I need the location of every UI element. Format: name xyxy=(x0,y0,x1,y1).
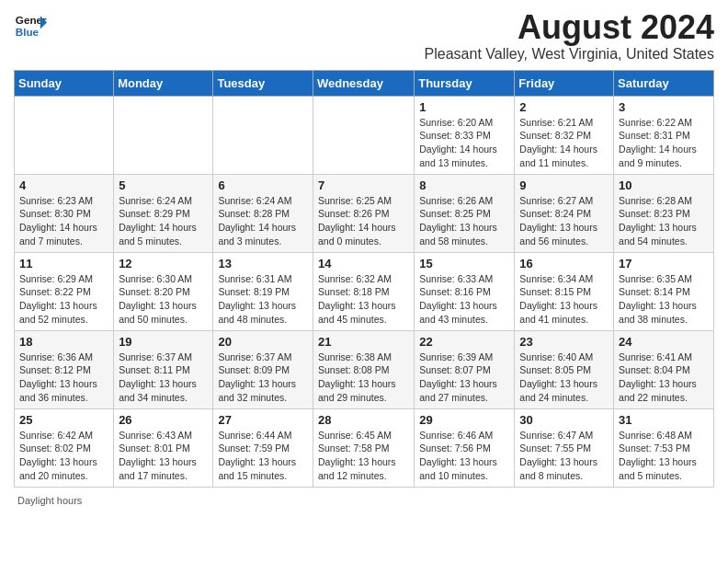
day-number: 31 xyxy=(619,413,709,427)
calendar-cell: 10Sunrise: 6:28 AM Sunset: 8:23 PM Dayli… xyxy=(614,174,714,252)
day-number: 15 xyxy=(419,257,509,270)
week-row-3: 11Sunrise: 6:29 AM Sunset: 8:22 PM Dayli… xyxy=(15,252,714,330)
day-info: Sunrise: 6:37 AM Sunset: 8:11 PM Dayligh… xyxy=(119,350,208,405)
calendar-cell: 19Sunrise: 6:37 AM Sunset: 8:11 PM Dayli… xyxy=(114,330,213,408)
day-number: 27 xyxy=(218,413,308,427)
day-info: Sunrise: 6:32 AM Sunset: 8:18 PM Dayligh… xyxy=(318,272,409,327)
calendar-cell xyxy=(114,96,213,174)
day-info: Sunrise: 6:34 AM Sunset: 8:15 PM Dayligh… xyxy=(519,272,609,327)
calendar-cell: 17Sunrise: 6:35 AM Sunset: 8:14 PM Dayli… xyxy=(614,252,714,330)
day-number: 26 xyxy=(119,413,208,427)
day-info: Sunrise: 6:43 AM Sunset: 8:01 PM Dayligh… xyxy=(119,429,208,483)
day-number: 2 xyxy=(519,100,609,114)
day-info: Sunrise: 6:30 AM Sunset: 8:20 PM Dayligh… xyxy=(119,272,208,327)
calendar-cell: 21Sunrise: 6:38 AM Sunset: 8:08 PM Dayli… xyxy=(313,330,414,408)
day-number: 22 xyxy=(419,335,509,349)
calendar-cell: 18Sunrise: 6:36 AM Sunset: 8:12 PM Dayli… xyxy=(15,330,114,408)
day-header-saturday: Saturday xyxy=(614,70,714,96)
calendar-cell: 2Sunrise: 6:21 AM Sunset: 8:32 PM Daylig… xyxy=(515,96,614,174)
calendar-cell: 29Sunrise: 6:46 AM Sunset: 7:56 PM Dayli… xyxy=(415,408,515,487)
week-row-4: 18Sunrise: 6:36 AM Sunset: 8:12 PM Dayli… xyxy=(15,330,714,408)
calendar-cell: 12Sunrise: 6:30 AM Sunset: 8:20 PM Dayli… xyxy=(114,252,213,330)
day-number: 4 xyxy=(19,178,108,192)
day-info: Sunrise: 6:21 AM Sunset: 8:32 PM Dayligh… xyxy=(519,116,609,170)
svg-text:Blue: Blue xyxy=(16,26,40,38)
calendar-cell: 14Sunrise: 6:32 AM Sunset: 8:18 PM Dayli… xyxy=(313,252,414,330)
week-row-5: 25Sunrise: 6:42 AM Sunset: 8:02 PM Dayli… xyxy=(15,408,714,487)
calendar-cell: 6Sunrise: 6:24 AM Sunset: 8:28 PM Daylig… xyxy=(213,174,313,252)
day-info: Sunrise: 6:36 AM Sunset: 8:12 PM Dayligh… xyxy=(19,350,108,405)
day-number: 10 xyxy=(619,178,709,192)
day-info: Sunrise: 6:40 AM Sunset: 8:05 PM Dayligh… xyxy=(519,350,609,405)
calendar-cell: 8Sunrise: 6:26 AM Sunset: 8:25 PM Daylig… xyxy=(415,174,515,252)
day-number: 18 xyxy=(19,335,108,349)
day-number: 8 xyxy=(419,178,509,192)
calendar-cell: 16Sunrise: 6:34 AM Sunset: 8:15 PM Dayli… xyxy=(515,252,614,330)
day-info: Sunrise: 6:25 AM Sunset: 8:26 PM Dayligh… xyxy=(318,194,409,248)
day-info: Sunrise: 6:24 AM Sunset: 8:29 PM Dayligh… xyxy=(119,194,208,248)
calendar-cell: 24Sunrise: 6:41 AM Sunset: 8:04 PM Dayli… xyxy=(614,330,714,408)
day-info: Sunrise: 6:28 AM Sunset: 8:23 PM Dayligh… xyxy=(619,194,709,248)
day-info: Sunrise: 6:44 AM Sunset: 7:59 PM Dayligh… xyxy=(218,429,308,483)
day-header-monday: Monday xyxy=(114,70,213,96)
day-info: Sunrise: 6:46 AM Sunset: 7:56 PM Dayligh… xyxy=(419,429,509,483)
day-number: 13 xyxy=(218,257,308,270)
month-title: August 2024 xyxy=(425,9,714,46)
day-info: Sunrise: 6:39 AM Sunset: 8:07 PM Dayligh… xyxy=(419,350,509,405)
day-number: 7 xyxy=(318,178,409,192)
calendar-cell: 22Sunrise: 6:39 AM Sunset: 8:07 PM Dayli… xyxy=(415,330,515,408)
day-number: 16 xyxy=(519,257,609,270)
calendar-cell: 4Sunrise: 6:23 AM Sunset: 8:30 PM Daylig… xyxy=(15,174,114,252)
day-header-tuesday: Tuesday xyxy=(213,70,313,96)
day-info: Sunrise: 6:47 AM Sunset: 7:55 PM Dayligh… xyxy=(519,429,609,483)
calendar: SundayMondayTuesdayWednesdayThursdayFrid… xyxy=(14,70,714,488)
day-number: 19 xyxy=(119,335,208,349)
calendar-cell: 25Sunrise: 6:42 AM Sunset: 8:02 PM Dayli… xyxy=(15,408,114,487)
day-number: 29 xyxy=(419,413,509,427)
day-number: 24 xyxy=(619,335,709,349)
day-number: 14 xyxy=(318,257,409,270)
calendar-cell xyxy=(15,96,114,174)
day-number: 12 xyxy=(119,257,208,270)
day-info: Sunrise: 6:42 AM Sunset: 8:02 PM Dayligh… xyxy=(19,429,108,483)
day-info: Sunrise: 6:24 AM Sunset: 8:28 PM Dayligh… xyxy=(218,194,308,248)
footer: Daylight hours xyxy=(14,495,714,506)
day-number: 11 xyxy=(19,257,108,270)
page-header: General Blue August 2024 Pleasant Valley… xyxy=(14,9,714,63)
day-info: Sunrise: 6:31 AM Sunset: 8:19 PM Dayligh… xyxy=(218,272,308,327)
day-header-friday: Friday xyxy=(515,70,614,96)
day-info: Sunrise: 6:48 AM Sunset: 7:53 PM Dayligh… xyxy=(619,429,709,483)
day-number: 20 xyxy=(218,335,308,349)
calendar-cell: 7Sunrise: 6:25 AM Sunset: 8:26 PM Daylig… xyxy=(313,174,414,252)
daylight-label: Daylight hours xyxy=(17,495,82,506)
day-number: 1 xyxy=(419,100,509,114)
day-info: Sunrise: 6:23 AM Sunset: 8:30 PM Dayligh… xyxy=(19,194,108,248)
logo-icon: General Blue xyxy=(14,9,47,42)
day-info: Sunrise: 6:22 AM Sunset: 8:31 PM Dayligh… xyxy=(619,116,709,170)
calendar-cell: 5Sunrise: 6:24 AM Sunset: 8:29 PM Daylig… xyxy=(114,174,213,252)
day-number: 5 xyxy=(119,178,208,192)
day-info: Sunrise: 6:20 AM Sunset: 8:33 PM Dayligh… xyxy=(419,116,509,170)
day-header-wednesday: Wednesday xyxy=(313,70,414,96)
day-info: Sunrise: 6:38 AM Sunset: 8:08 PM Dayligh… xyxy=(318,350,409,405)
calendar-cell: 30Sunrise: 6:47 AM Sunset: 7:55 PM Dayli… xyxy=(515,408,614,487)
day-info: Sunrise: 6:33 AM Sunset: 8:16 PM Dayligh… xyxy=(419,272,509,327)
day-number: 28 xyxy=(318,413,409,427)
location-title: Pleasant Valley, West Virginia, United S… xyxy=(425,46,714,63)
calendar-cell: 20Sunrise: 6:37 AM Sunset: 8:09 PM Dayli… xyxy=(213,330,313,408)
calendar-cell: 26Sunrise: 6:43 AM Sunset: 8:01 PM Dayli… xyxy=(114,408,213,487)
day-number: 23 xyxy=(519,335,609,349)
week-row-1: 1Sunrise: 6:20 AM Sunset: 8:33 PM Daylig… xyxy=(15,96,714,174)
header-row: SundayMondayTuesdayWednesdayThursdayFrid… xyxy=(15,70,714,96)
day-number: 3 xyxy=(619,100,709,114)
day-info: Sunrise: 6:26 AM Sunset: 8:25 PM Dayligh… xyxy=(419,194,509,248)
day-info: Sunrise: 6:41 AM Sunset: 8:04 PM Dayligh… xyxy=(619,350,709,405)
week-row-2: 4Sunrise: 6:23 AM Sunset: 8:30 PM Daylig… xyxy=(15,174,714,252)
day-number: 30 xyxy=(519,413,609,427)
title-block: August 2024 Pleasant Valley, West Virgin… xyxy=(425,9,714,63)
logo: General Blue xyxy=(14,9,47,42)
day-header-thursday: Thursday xyxy=(415,70,515,96)
day-number: 9 xyxy=(519,178,609,192)
calendar-cell: 13Sunrise: 6:31 AM Sunset: 8:19 PM Dayli… xyxy=(213,252,313,330)
day-info: Sunrise: 6:35 AM Sunset: 8:14 PM Dayligh… xyxy=(619,272,709,327)
